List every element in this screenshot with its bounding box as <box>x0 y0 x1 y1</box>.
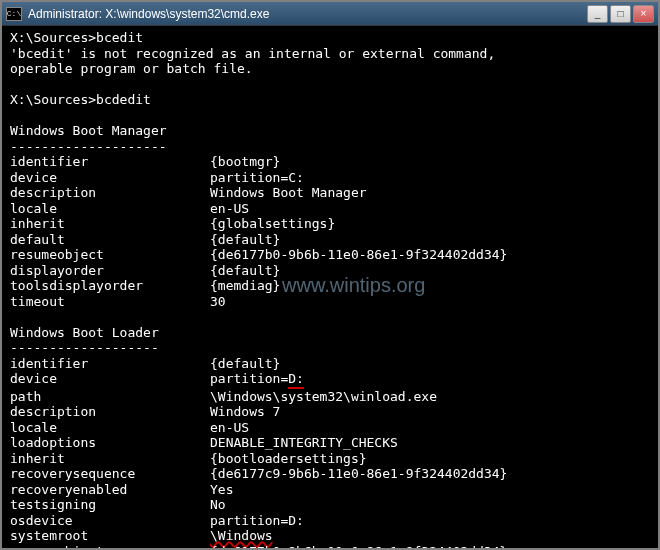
titlebar[interactable]: C:\ Administrator: X:\windows\system32\c… <box>2 2 658 26</box>
output-row: recoverysequence{de6177c9-9b6b-11e0-86e1… <box>10 466 650 482</box>
row-value: Yes <box>210 482 233 497</box>
cmd-icon: C:\ <box>6 7 22 21</box>
output-row: toolsdisplayorder{memdiag} <box>10 278 650 294</box>
row-value: DENABLE_INTEGRITY_CHECKS <box>210 435 398 450</box>
row-label: timeout <box>10 294 210 310</box>
section-header: Windows Boot Loader <box>10 325 650 341</box>
blank-line <box>10 77 650 93</box>
row-label: systemroot <box>10 528 210 544</box>
row-label: device <box>10 371 210 387</box>
row-label: testsigning <box>10 497 210 513</box>
row-value: partition= <box>210 371 288 386</box>
close-button[interactable]: × <box>633 5 654 23</box>
row-label: default <box>10 232 210 248</box>
output-row: identifier{default} <box>10 356 650 372</box>
prompt-line: X:\Sources>bcedit <box>10 30 650 46</box>
row-value: {de6177b0-9b6b-11e0-86e1-9f324402dd34} <box>210 247 507 262</box>
row-value: 30 <box>210 294 226 309</box>
row-label: device <box>10 170 210 186</box>
prompt-line: X:\Sources>bcdedit <box>10 92 650 108</box>
row-label: locale <box>10 420 210 436</box>
output-row: recoveryenabledYes <box>10 482 650 498</box>
row-value: {globalsettings} <box>210 216 335 231</box>
window-controls: _ □ × <box>587 5 654 23</box>
row-value: en-US <box>210 420 249 435</box>
row-label: resumeobject <box>10 544 210 549</box>
window-title: Administrator: X:\windows\system32\cmd.e… <box>28 7 587 21</box>
section-underline: -------------------- <box>10 139 650 155</box>
output-row: inherit{bootloadersettings} <box>10 451 650 467</box>
row-value: {de6177c9-9b6b-11e0-86e1-9f324402dd34} <box>210 466 507 481</box>
row-label: identifier <box>10 154 210 170</box>
output-row: devicepartition=D: <box>10 371 650 389</box>
row-value: en-US <box>210 201 249 216</box>
output-row: resumeobject{de6177b0-9b6b-11e0-86e1-9f3… <box>10 544 650 549</box>
maximize-button[interactable]: □ <box>610 5 631 23</box>
output-row: descriptionWindows 7 <box>10 404 650 420</box>
section-underline: ------------------- <box>10 340 650 356</box>
output-row: osdevicepartition=D: <box>10 513 650 529</box>
row-label: toolsdisplayorder <box>10 278 210 294</box>
error-line: 'bcedit' is not recognized as an interna… <box>10 46 650 62</box>
output-row: default{default} <box>10 232 650 248</box>
row-label: loadoptions <box>10 435 210 451</box>
output-row: descriptionWindows Boot Manager <box>10 185 650 201</box>
blank-line <box>10 309 650 325</box>
row-value: {default} <box>210 232 280 247</box>
row-value: {de6177b0-9b6b-11e0-86e1-9f324402dd34} <box>210 544 507 549</box>
output-row: loadoptionsDENABLE_INTEGRITY_CHECKS <box>10 435 650 451</box>
output-row: resumeobject{de6177b0-9b6b-11e0-86e1-9f3… <box>10 247 650 263</box>
row-value: partition=C: <box>210 170 304 185</box>
terminal-output[interactable]: www.wintips.org X:\Sources>bcedit 'bcedi… <box>2 26 658 548</box>
row-label: path <box>10 389 210 405</box>
row-label: osdevice <box>10 513 210 529</box>
output-row: devicepartition=C: <box>10 170 650 186</box>
output-row: path\Windows\system32\winload.exe <box>10 389 650 405</box>
row-value: partition=D: <box>210 513 304 528</box>
output-row: localeen-US <box>10 420 650 436</box>
row-label: description <box>10 185 210 201</box>
highlighted-value: D: <box>288 371 304 389</box>
row-value: \Windows <box>210 528 273 543</box>
output-row: identifier{bootmgr} <box>10 154 650 170</box>
blank-line <box>10 108 650 124</box>
section-header: Windows Boot Manager <box>10 123 650 139</box>
row-label: inherit <box>10 451 210 467</box>
row-value: No <box>210 497 226 512</box>
row-label: displayorder <box>10 263 210 279</box>
row-value: {default} <box>210 356 280 371</box>
cmd-window: C:\ Administrator: X:\windows\system32\c… <box>0 0 660 550</box>
row-label: recoveryenabled <box>10 482 210 498</box>
output-row: testsigningNo <box>10 497 650 513</box>
output-row: localeen-US <box>10 201 650 217</box>
output-row: systemroot\Windows <box>10 528 650 544</box>
row-label: inherit <box>10 216 210 232</box>
row-value: {bootmgr} <box>210 154 280 169</box>
row-value: \Windows\system32\winload.exe <box>210 389 437 404</box>
row-value: {default} <box>210 263 280 278</box>
row-label: recoverysequence <box>10 466 210 482</box>
row-value: {bootloadersettings} <box>210 451 367 466</box>
minimize-button[interactable]: _ <box>587 5 608 23</box>
row-label: description <box>10 404 210 420</box>
error-line: operable program or batch file. <box>10 61 650 77</box>
highlighted-value: \Windows <box>210 528 273 543</box>
output-row: inherit{globalsettings} <box>10 216 650 232</box>
output-row: timeout30 <box>10 294 650 310</box>
row-label: resumeobject <box>10 247 210 263</box>
row-value: Windows 7 <box>210 404 280 419</box>
row-value: Windows Boot Manager <box>210 185 367 200</box>
row-label: identifier <box>10 356 210 372</box>
output-row: displayorder{default} <box>10 263 650 279</box>
row-value: {memdiag} <box>210 278 280 293</box>
row-label: locale <box>10 201 210 217</box>
